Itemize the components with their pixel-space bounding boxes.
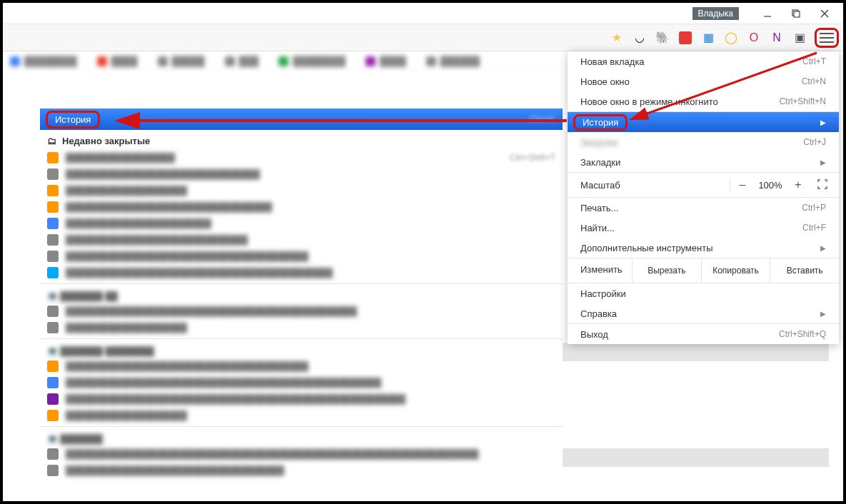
menu-label: Загрузки <box>580 137 618 148</box>
menu-label: Найти... <box>580 223 615 233</box>
history-item[interactable]: ████████████████████ <box>40 182 563 198</box>
tab-icon: 🗂 <box>47 136 56 146</box>
bookmark-star-icon[interactable]: ★ <box>609 30 625 46</box>
adblock-extension-icon[interactable] <box>678 30 693 46</box>
submenu-arrow-icon: ▶ <box>820 310 826 318</box>
browser-toolbar: ★ ◡ 🐘 ▦ ◯ O N ▣ <box>3 24 843 51</box>
submenu-arrow-icon: ▶ <box>820 244 826 252</box>
history-item[interactable]: ████████████████████████ <box>40 215 563 231</box>
history-header-shortcut: Ctrl+H <box>530 114 554 124</box>
menu-shortcut: Ctrl+N <box>802 76 826 86</box>
history-submenu-header[interactable]: История Ctrl+H <box>40 109 563 130</box>
reopen-shortcut: Ctrl+Shift+T <box>510 153 555 163</box>
browser-main-menu: Новая вкладка Ctrl+T Новое окно Ctrl+N Н… <box>568 51 839 344</box>
zoom-percent: 100% <box>755 180 786 191</box>
history-item[interactable]: ████████████████████████████████████████… <box>40 390 563 407</box>
zoom-label: Масштаб <box>580 180 730 191</box>
menu-item-new-tab[interactable]: Новая вкладка Ctrl+T <box>568 51 839 71</box>
menu-item-more-tools[interactable]: Дополнительные инструменты ▶ <box>568 238 839 258</box>
history-item[interactable]: ████████████████████ <box>40 319 563 336</box>
menu-item-zoom: Масштаб – 100% + <box>568 173 839 197</box>
menu-item-bookmarks[interactable]: Закладки ▶ <box>568 152 839 172</box>
submenu-arrow-icon: ▶ <box>820 158 826 166</box>
history-item[interactable]: ████████████████████████████████████████ <box>40 358 563 374</box>
opera-extension-icon[interactable]: O <box>746 30 762 46</box>
cut-button[interactable]: Вырезать <box>632 258 701 283</box>
menu-shortcut: Ctrl+Shift+Q <box>779 329 826 339</box>
profile-badge[interactable]: Владыка <box>693 7 740 20</box>
history-item[interactable]: ████████████████████████████████████████… <box>40 374 563 390</box>
extension-icon[interactable]: ▣ <box>792 30 807 46</box>
menu-label: Выход <box>580 329 608 340</box>
submenu-arrow-icon: ▶ <box>820 119 826 126</box>
history-label-highlight: История <box>573 114 628 131</box>
recently-closed-label: Недавно закрытые <box>62 136 150 146</box>
history-item[interactable]: ████████████████████████████████████████… <box>40 303 563 319</box>
pocket-extension-icon[interactable]: ◡ <box>632 30 648 46</box>
synced-device-header: 💻 ███████-██ <box>40 287 563 303</box>
menu-label: Дополнительные инструменты <box>580 243 713 253</box>
recently-closed-header: 🗂 Недавно закрытые <box>40 130 563 149</box>
minimize-button[interactable] <box>753 5 782 22</box>
menu-shortcut: Ctrl+T <box>802 56 826 66</box>
main-menu-button[interactable] <box>820 31 834 44</box>
menu-item-incognito[interactable]: Новое окно в режиме инкогнито Ctrl+Shift… <box>568 91 839 111</box>
history-item[interactable]: ██████████████████ Ctrl+Shift+T <box>40 149 563 166</box>
page-placeholder <box>560 448 829 467</box>
history-label-highlight: История <box>46 111 100 128</box>
menu-label: Настройки <box>580 288 626 299</box>
menu-item-find[interactable]: Найти... Ctrl+F <box>568 218 839 238</box>
menu-item-help[interactable]: Справка ▶ <box>568 303 839 323</box>
menu-label: Справка <box>580 308 617 319</box>
history-item[interactable]: ██████████████████████████████ <box>40 231 563 248</box>
menu-item-settings[interactable]: Настройки <box>568 283 839 303</box>
svg-rect-2 <box>794 11 800 17</box>
menu-label: Печать... <box>580 203 618 213</box>
menu-item-downloads[interactable]: Загрузки Ctrl+J <box>568 132 839 152</box>
menu-shortcut: Ctrl+F <box>802 223 826 233</box>
evernote-extension-icon[interactable]: 🐘 <box>655 30 670 46</box>
copy-button[interactable]: Копировать <box>701 258 770 283</box>
window-titlebar: Владыка <box>3 3 843 24</box>
history-item[interactable]: ████████████████████████████████████████… <box>40 445 563 462</box>
paste-button[interactable]: Вставить <box>770 258 839 283</box>
menu-item-new-window[interactable]: Новое окно Ctrl+N <box>568 71 839 91</box>
history-item[interactable]: ████████████████████████████████████████… <box>40 264 563 281</box>
history-item[interactable]: ████████████████████████████████████████ <box>40 248 563 264</box>
menu-item-history[interactable]: История ▶ <box>568 112 839 132</box>
history-item[interactable]: ██████████████████████████████████ <box>40 198 563 215</box>
maximize-button[interactable] <box>782 5 810 22</box>
menu-label: Закладки <box>580 157 620 168</box>
yandex-extension-icon[interactable]: ◯ <box>723 30 739 46</box>
page-placeholder <box>560 343 829 361</box>
zoom-in-button[interactable]: + <box>786 178 810 191</box>
history-header-label: История <box>55 114 91 125</box>
menu-label: Новое окно <box>580 76 630 87</box>
close-button[interactable] <box>810 5 839 22</box>
menu-item-edit: Изменить Вырезать Копировать Вставить <box>568 258 839 283</box>
synced-device-header: 💻 ███████-████████ <box>40 342 563 358</box>
main-menu-button-highlight <box>815 28 839 48</box>
history-submenu: История Ctrl+H 🗂 Недавно закрытые ██████… <box>40 109 563 478</box>
menu-label: Новое окно в режиме инкогнито <box>580 96 718 107</box>
menu-label: Новая вкладка <box>580 56 645 67</box>
menu-item-print[interactable]: Печать... Ctrl+P <box>568 198 839 218</box>
edit-label: Изменить <box>568 258 632 283</box>
translate-extension-icon[interactable]: ▦ <box>700 30 716 46</box>
menu-item-exit[interactable]: Выход Ctrl+Shift+Q <box>568 324 839 344</box>
history-item[interactable]: ████████████████████ <box>40 407 563 423</box>
history-item[interactable]: ████████████████████████████████ <box>40 166 563 182</box>
menu-label: История <box>583 117 618 128</box>
zoom-out-button[interactable]: – <box>730 178 755 191</box>
menu-shortcut: Ctrl+Shift+N <box>780 96 826 106</box>
synced-device-header: 💻 ███████ <box>40 430 563 445</box>
menu-shortcut: Ctrl+J <box>803 137 826 147</box>
onenote-extension-icon[interactable]: N <box>769 30 785 46</box>
history-item[interactable]: ████████████████████████████████████ <box>40 462 563 478</box>
fullscreen-button[interactable] <box>810 179 835 191</box>
menu-shortcut: Ctrl+P <box>802 203 826 213</box>
